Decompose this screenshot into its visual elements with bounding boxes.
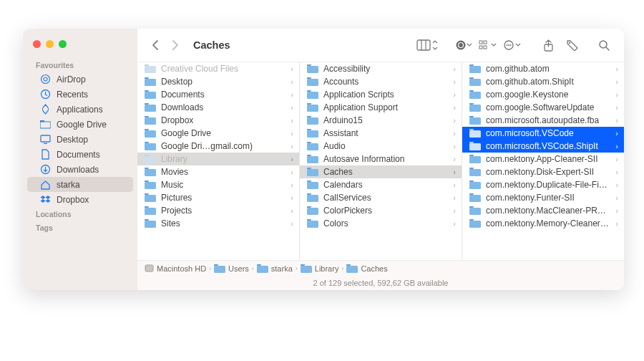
svg-rect-4 <box>41 135 50 142</box>
folder-label: Calendars <box>323 180 448 190</box>
sidebar-item[interactable]: Recents <box>27 87 133 102</box>
folder-row[interactable]: ColorPickers› <box>300 204 462 217</box>
folder-row[interactable]: Library› <box>137 153 299 165</box>
sidebar-section-label: Locations <box>23 207 137 221</box>
sidebar-item[interactable]: Desktop <box>27 132 133 147</box>
folder-row[interactable]: Arduino15› <box>300 114 462 127</box>
column[interactable]: Accessibility›Accounts›Application Scrip… <box>300 62 462 260</box>
svg-rect-47 <box>307 195 318 202</box>
folder-label: ColorPickers <box>323 206 448 216</box>
folder-row[interactable]: Projects› <box>137 204 299 217</box>
sidebar-item[interactable]: Documents <box>27 147 133 162</box>
folder-row[interactable]: com.nektony.Funter-SII› <box>462 191 624 204</box>
svg-rect-63 <box>145 265 153 271</box>
folder-row[interactable]: com.nektony.Duplicate-File-Finder-SII› <box>462 178 624 191</box>
back-button[interactable] <box>147 37 163 53</box>
folder-row[interactable]: Colors› <box>300 217 462 230</box>
path-segment[interactable]: Users <box>214 264 249 273</box>
arrange-button[interactable] <box>478 37 498 54</box>
folder-row[interactable]: com.microsoft.autoupdate.fba› <box>462 114 624 127</box>
folder-label: com.nektony.MacCleaner-PRO-SII <box>486 206 610 216</box>
folder-row[interactable]: Application Support› <box>300 101 462 114</box>
view-switcher[interactable] <box>416 39 438 51</box>
group-button[interactable] <box>454 37 474 54</box>
folder-row[interactable]: Audio› <box>300 140 462 153</box>
chevron-right-icon: › <box>453 206 456 215</box>
chevron-right-icon: › <box>453 77 456 86</box>
folder-row[interactable]: Dropbox› <box>137 114 299 127</box>
column[interactable]: com.github.atom›com.github.atom.ShipIt›c… <box>462 62 624 260</box>
main-area: Caches <box>137 29 624 290</box>
chevron-right-icon: › <box>291 168 293 176</box>
folder-row[interactable]: com.nektony.MacCleaner-PRO-SII› <box>462 204 624 217</box>
folder-row[interactable]: Movies› <box>137 165 299 178</box>
folder-row[interactable]: com.google.Keystone› <box>462 88 624 101</box>
search-button[interactable] <box>594 37 614 54</box>
svg-point-19 <box>510 44 512 46</box>
tags-button[interactable] <box>562 37 582 54</box>
sidebar: FavouritesAirDropRecentsApplicationsGoog… <box>23 29 137 290</box>
folder-label: Movies <box>161 167 286 177</box>
folder-row[interactable]: Assistant› <box>300 127 462 140</box>
chevron-right-icon: › <box>615 129 618 138</box>
folder-row[interactable]: com.microsoft.VSCode› <box>462 127 624 140</box>
minimize-button[interactable] <box>46 40 54 48</box>
folder-row[interactable]: Creative Cloud Files› <box>137 62 299 75</box>
folder-row[interactable]: Google Dri…gmail.com)› <box>137 140 299 153</box>
chevron-right-icon: › <box>615 103 618 112</box>
sidebar-item[interactable]: Applications <box>27 102 133 117</box>
sidebar-item-label: Recents <box>57 90 88 100</box>
path-segment[interactable]: Macintosh HD <box>145 264 206 273</box>
folder-row[interactable]: Documents› <box>137 88 299 101</box>
forward-button[interactable] <box>167 37 183 53</box>
folder-row[interactable]: Application Scripts› <box>300 88 462 101</box>
folder-row[interactable]: Autosave Information› <box>300 153 462 165</box>
folder-row[interactable]: Sites› <box>137 217 299 230</box>
svg-rect-51 <box>469 79 481 86</box>
folder-row[interactable]: Calendars› <box>300 178 462 191</box>
maximize-button[interactable] <box>59 40 67 48</box>
svg-rect-60 <box>469 195 481 202</box>
close-button[interactable] <box>33 40 41 48</box>
folder-row[interactable]: Google Drive› <box>137 127 299 140</box>
svg-point-0 <box>42 75 50 84</box>
folder-row[interactable]: com.nektony.Memory-Cleaner-SII› <box>462 217 624 230</box>
folder-row[interactable]: com.nektony.Disk-Expert-SII› <box>462 165 624 178</box>
sidebar-item[interactable]: starka <box>27 177 133 192</box>
folder-row[interactable]: Caches› <box>300 165 462 178</box>
folder-row[interactable]: com.github.atom› <box>462 62 624 75</box>
path-bar[interactable]: Macintosh HD›Users›starka›Library›Caches <box>137 260 624 276</box>
chevron-right-icon: › <box>453 193 456 202</box>
folder-row[interactable]: Music› <box>137 178 299 191</box>
folder-row[interactable]: CallServices› <box>300 191 462 204</box>
share-button[interactable] <box>538 37 558 54</box>
chevron-right-icon: › <box>453 90 456 99</box>
folder-label: com.google.Keystone <box>486 90 610 100</box>
folder-row[interactable]: Accounts› <box>300 75 462 88</box>
path-segment[interactable]: Caches <box>346 264 387 273</box>
sidebar-item[interactable]: Google Drive <box>27 117 133 132</box>
window-title: Caches <box>193 39 230 51</box>
action-button[interactable] <box>502 37 522 54</box>
sidebar-item[interactable]: AirDrop <box>27 72 133 87</box>
sidebar-item[interactable]: Downloads <box>27 162 133 177</box>
folder-row[interactable]: Accessibility› <box>300 62 462 75</box>
folder-row[interactable]: com.github.atom.ShipIt› <box>462 75 624 88</box>
chevron-right-icon: › <box>453 116 456 125</box>
chevron-right-icon: › <box>615 206 618 215</box>
folder-row[interactable]: com.nektony.App-Cleaner-SII› <box>462 153 624 165</box>
svg-rect-50 <box>469 66 481 73</box>
chevron-right-icon: › <box>291 103 293 112</box>
column[interactable]: Creative Cloud Files›Desktop›Documents›D… <box>137 62 300 260</box>
folder-row[interactable]: Downloads› <box>137 101 299 114</box>
sidebar-item[interactable]: Dropbox <box>27 192 133 207</box>
svg-rect-26 <box>145 92 156 99</box>
svg-point-1 <box>44 77 47 81</box>
path-segment[interactable]: Library <box>301 264 339 273</box>
chevron-right-icon: › <box>291 129 293 138</box>
folder-row[interactable]: com.microsoft.VSCode.ShipIt› <box>462 140 624 153</box>
folder-row[interactable]: Pictures› <box>137 191 299 204</box>
folder-row[interactable]: Desktop› <box>137 75 299 88</box>
folder-row[interactable]: com.google.SoftwareUpdate› <box>462 101 624 114</box>
path-segment[interactable]: starka <box>257 264 293 273</box>
